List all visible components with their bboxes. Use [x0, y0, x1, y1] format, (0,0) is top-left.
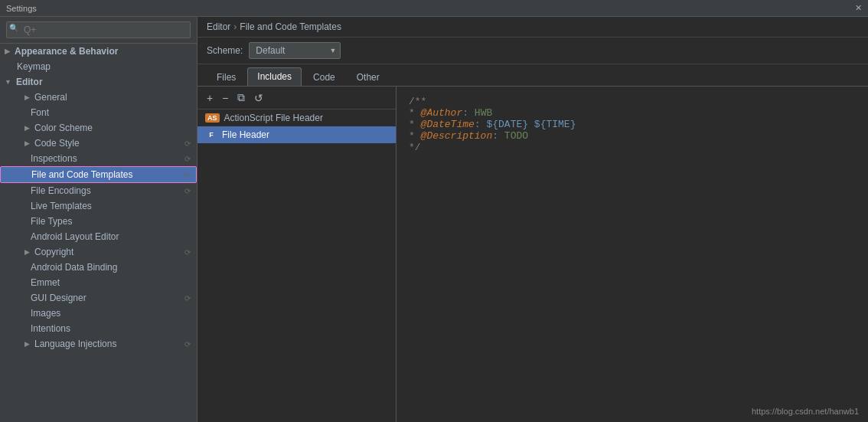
- arrow-icon: ▶: [24, 124, 30, 132]
- arrow-icon: ▶: [5, 47, 10, 55]
- sidebar-item-appearance[interactable]: ▶Appearance & Behavior: [0, 44, 197, 59]
- breadcrumb-parent: Editor: [207, 21, 230, 32]
- sidebar-item-inspections[interactable]: Inspections⟳: [0, 151, 197, 166]
- code-part: *: [409, 107, 421, 119]
- sidebar-item-file-types[interactable]: File Types: [0, 214, 197, 229]
- as-icon: AS: [205, 113, 220, 123]
- code-part: HWB: [475, 107, 492, 119]
- code-part: @DateTime: [421, 119, 475, 130]
- arrow-icon: ▶: [24, 248, 30, 256]
- sidebar-item-label: File Encodings: [31, 185, 91, 196]
- sidebar-item-file-encodings[interactable]: File Encodings⟳: [0, 183, 197, 198]
- sidebar-item-label: Android Layout Editor: [31, 231, 119, 242]
- sidebar-item-label: Emmet: [31, 277, 60, 288]
- sidebar-item-label: Color Scheme: [34, 123, 93, 133]
- tabs-row: FilesIncludesCodeOther: [197, 64, 868, 87]
- sidebar-item-file-code-templates[interactable]: File and Code Templates⟳: [0, 166, 197, 183]
- copy-template-button[interactable]: ⧉: [234, 90, 248, 106]
- sidebar-item-label: File and Code Templates: [31, 169, 133, 180]
- sidebar-item-images[interactable]: Images: [0, 306, 197, 321]
- sidebar: ▶Appearance & BehaviorKeymap▼Editor▶Gene…: [0, 17, 197, 422]
- breadcrumb: Editor › File and Code Templates: [197, 17, 868, 38]
- code-part: [528, 119, 534, 130]
- sidebar-item-editor[interactable]: ▼Editor: [0, 74, 197, 90]
- template-label: File Header: [222, 129, 269, 140]
- template-label: ActionScript File Header: [224, 113, 323, 123]
- sidebar-items-container: ▶Appearance & BehaviorKeymap▼Editor▶Gene…: [0, 44, 197, 352]
- main-layout: ▶Appearance & BehaviorKeymap▼Editor▶Gene…: [0, 17, 868, 422]
- sidebar-item-label: Intentions: [31, 323, 70, 334]
- tab-includes[interactable]: Includes: [247, 67, 302, 86]
- close-button[interactable]: ✕: [855, 3, 862, 13]
- code-line: */: [409, 142, 856, 153]
- scheme-label: Scheme:: [207, 45, 243, 56]
- sidebar-item-label: Images: [31, 308, 60, 319]
- search-wrap: [6, 21, 191, 38]
- code-part: ${TIME}: [534, 119, 576, 130]
- sidebar-item-android-data[interactable]: Android Data Binding: [0, 260, 197, 275]
- code-part: :: [475, 119, 487, 130]
- scheme-select-wrap: Default: [249, 42, 341, 59]
- sidebar-item-color-scheme[interactable]: ▶Color Scheme: [0, 120, 197, 136]
- template-item-actionscript[interactable]: ASActionScript File Header: [197, 110, 396, 126]
- sidebar-item-font[interactable]: Font: [0, 105, 197, 120]
- tab-other[interactable]: Other: [347, 68, 390, 86]
- tab-code[interactable]: Code: [303, 68, 345, 86]
- arrow-icon: ▶: [24, 93, 30, 101]
- sidebar-item-keymap[interactable]: Keymap: [0, 59, 197, 74]
- breadcrumb-separator: ›: [233, 21, 237, 32]
- reset-icon: ⟳: [184, 155, 191, 163]
- arrow-icon: ▶: [24, 139, 30, 147]
- code-part: *: [409, 119, 421, 130]
- sidebar-item-label: Copyright: [34, 247, 73, 257]
- search-input[interactable]: [6, 21, 191, 38]
- tab-files[interactable]: Files: [207, 68, 246, 86]
- sidebar-item-label: Live Templates: [31, 201, 92, 211]
- reset-icon: ⟳: [184, 248, 191, 257]
- search-bar: [0, 17, 197, 44]
- code-content: /** * @Author: HWB * @DateTime: ${DATE} …: [409, 96, 856, 153]
- sidebar-item-label: Editor: [16, 77, 43, 87]
- arrow-icon: ▼: [5, 78, 11, 86]
- template-item-file-header[interactable]: FFile Header: [197, 126, 396, 143]
- sidebar-item-label: Appearance & Behavior: [15, 46, 118, 57]
- title-bar: Settings ✕: [0, 0, 868, 17]
- file-icon: F: [205, 130, 217, 139]
- toolbar: + − ⧉ ↺: [197, 87, 396, 110]
- code-panel: /** * @Author: HWB * @DateTime: ${DATE} …: [396, 87, 868, 422]
- code-part: @Author: [421, 107, 463, 119]
- sidebar-item-label: Code Style: [34, 138, 80, 149]
- right-panel: Editor › File and Code Templates Scheme:…: [197, 17, 868, 422]
- template-items: ASActionScript File HeaderFFile Header: [197, 110, 396, 422]
- code-part: @Description: [421, 130, 493, 142]
- sidebar-item-live-templates[interactable]: Live Templates: [0, 198, 197, 214]
- template-list-panel: + − ⧉ ↺ ASActionScript File HeaderFFile …: [197, 87, 396, 422]
- code-url: https://blog.csdn.net/hanwb1: [752, 407, 859, 416]
- code-part: :: [462, 107, 475, 119]
- scheme-select[interactable]: Default: [249, 42, 341, 59]
- sidebar-item-emmet[interactable]: Emmet: [0, 275, 197, 290]
- sidebar-item-label: Font: [31, 107, 49, 118]
- remove-template-button[interactable]: −: [219, 90, 231, 106]
- sidebar-item-android-layout[interactable]: Android Layout Editor: [0, 229, 197, 244]
- reset-icon: ⟳: [184, 187, 191, 195]
- arrow-icon: ▶: [24, 340, 30, 348]
- sidebar-item-code-style[interactable]: ▶Code Style⟳: [0, 136, 197, 151]
- add-template-button[interactable]: +: [204, 90, 216, 106]
- code-line: * @DateTime: ${DATE} ${TIME}: [409, 119, 856, 130]
- sidebar-item-label: General: [34, 92, 67, 103]
- sidebar-item-label: Inspections: [31, 153, 77, 164]
- sidebar-item-gui-designer[interactable]: GUI Designer⟳: [0, 290, 197, 306]
- code-part: *: [409, 130, 421, 142]
- sidebar-item-label: Language Injections: [34, 339, 116, 349]
- sidebar-item-intentions[interactable]: Intentions: [0, 321, 197, 336]
- reset-icon: ⟳: [184, 139, 191, 148]
- reset-template-button[interactable]: ↺: [251, 90, 266, 106]
- code-part: ${DATE}: [486, 119, 528, 130]
- sidebar-item-general[interactable]: ▶General: [0, 90, 197, 105]
- title-bar-text: Settings: [6, 4, 37, 13]
- sidebar-item-language-injections[interactable]: ▶Language Injections⟳: [0, 336, 197, 352]
- code-line: /**: [409, 96, 856, 107]
- reset-icon: ⟳: [184, 171, 190, 179]
- sidebar-item-copyright[interactable]: ▶Copyright⟳: [0, 244, 197, 260]
